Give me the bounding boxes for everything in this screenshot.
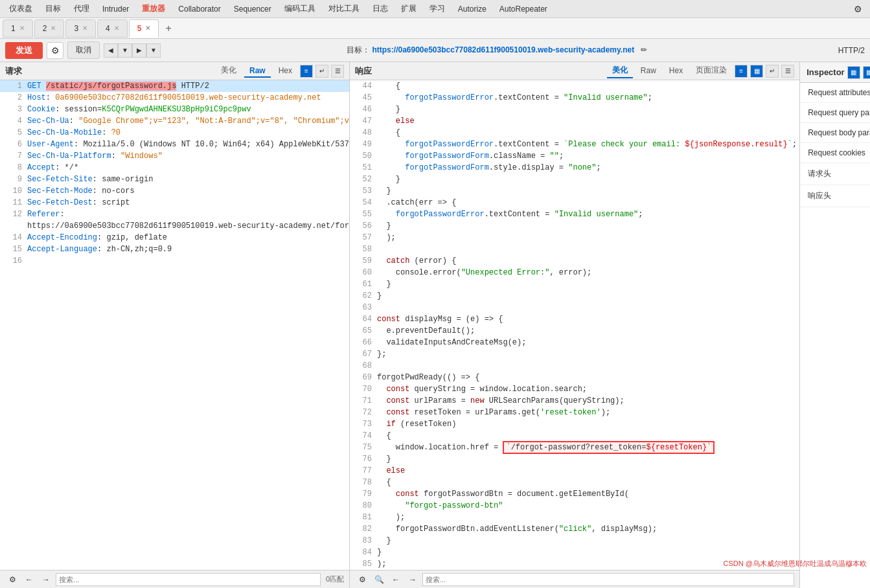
nav-next-button[interactable]: ▶ xyxy=(132,43,146,58)
menu-proxy[interactable]: 代理 xyxy=(67,1,96,17)
tab-2[interactable]: 2 ✕ xyxy=(34,19,65,38)
tab-5-close[interactable]: ✕ xyxy=(145,25,150,32)
inspector-panel: Inspector ▦ ▦ ≡ ⬆ ↘ Request attributes 2… xyxy=(800,62,870,588)
response-icon-4[interactable]: ☰ xyxy=(781,65,794,78)
menu-collaborator[interactable]: Collaborator xyxy=(172,2,227,16)
table-row: 83 } xyxy=(350,535,799,547)
inspector-icon-1[interactable]: ▦ xyxy=(847,66,860,79)
inspector-request-headers[interactable]: 请求头 16 xyxy=(800,163,870,185)
response-tab-beautify[interactable]: 美化 xyxy=(607,63,633,78)
tabs-row: 1 ✕ 2 ✕ 3 ✕ 4 ✕ 5 ✕ + xyxy=(0,18,870,39)
request-settings-icon[interactable]: ⚙ xyxy=(5,572,19,587)
request-code-area[interactable]: 1 GET /static/js/forgotPassword.js HTTP/… xyxy=(0,80,349,570)
response-tab-render[interactable]: 页面渲染 xyxy=(691,63,732,78)
table-row: 77 else xyxy=(350,465,799,477)
table-row: 72 const resetToken = urlParams.get('res… xyxy=(350,407,799,418)
inspector-title: Inspector xyxy=(807,67,845,77)
table-row: 53 } xyxy=(350,185,799,197)
request-tab-raw[interactable]: Raw xyxy=(244,65,271,78)
response-tab-hex[interactable]: Hex xyxy=(664,65,688,78)
request-bottom-toolbar: ⚙ ← → 0匹配 xyxy=(0,570,349,588)
tab-5[interactable]: 5 ✕ xyxy=(129,19,159,38)
request-icon-3[interactable]: ☰ xyxy=(331,65,344,78)
table-row: 10 Sec-Fetch-Mode: no-cors xyxy=(0,185,349,197)
menu-target[interactable]: 目标 xyxy=(39,1,67,17)
menu-encoder[interactable]: 编码工具 xyxy=(278,1,322,17)
table-row: 50 forgotPasswordForm.className = ""; xyxy=(350,150,799,162)
tab-2-close[interactable]: ✕ xyxy=(51,25,56,32)
nav-next-dropdown[interactable]: ▼ xyxy=(146,43,161,58)
request-tab-beautify[interactable]: 美化 xyxy=(216,63,242,78)
nav-prev-button[interactable]: ◀ xyxy=(104,43,118,58)
response-settings-icon[interactable]: ⚙ xyxy=(355,572,369,587)
inspector-body-params[interactable]: Request body parameters 0 xyxy=(800,123,870,143)
inspector-response-headers[interactable]: 响应头 3 xyxy=(800,185,870,207)
table-row: 62 } xyxy=(350,290,799,302)
request-forward-icon[interactable]: → xyxy=(39,572,53,587)
request-tab-hex[interactable]: Hex xyxy=(273,65,297,78)
menu-autorize[interactable]: Autorize xyxy=(452,2,493,16)
response-forward-icon[interactable]: → xyxy=(406,572,420,587)
tab-4-close[interactable]: ✕ xyxy=(114,25,119,32)
request-icon-2[interactable]: ↵ xyxy=(315,65,328,78)
response-tab-raw[interactable]: Raw xyxy=(635,65,661,78)
menu-autorepeater[interactable]: AutoRepeater xyxy=(493,2,554,16)
table-row: 8 Accept: */* xyxy=(0,162,349,174)
request-search-input[interactable] xyxy=(56,573,321,586)
table-row: 7 Sec-Ch-Ua-Platform: "Windows" xyxy=(0,150,349,162)
response-code-area[interactable]: 44 { 45 forgotPasswordError.textContent … xyxy=(350,80,799,570)
table-row: 74 { xyxy=(350,430,799,442)
main-area: 请求 美化 Raw Hex ≡ ↵ ☰ 1 GET /static/js/for… xyxy=(0,62,870,588)
menu-sequencer[interactable]: Sequencer xyxy=(227,2,278,16)
response-icon-1[interactable]: ≡ xyxy=(735,65,748,78)
inspector-icon-2[interactable]: ▦ xyxy=(863,66,870,79)
menu-comparer[interactable]: 对比工具 xyxy=(322,1,366,17)
tab-4[interactable]: 4 ✕ xyxy=(97,19,128,38)
response-icon-2[interactable]: ▦ xyxy=(750,65,763,78)
table-row: 70 const queryString = window.location.s… xyxy=(350,383,799,395)
inspector-cookies[interactable]: Request cookies 1 xyxy=(800,143,870,163)
menu-dashboard[interactable]: 仪表盘 xyxy=(3,1,39,17)
tab-1-close[interactable]: ✕ xyxy=(19,25,25,32)
request-icon-1[interactable]: ≡ xyxy=(300,65,313,78)
settings-toolbar-icon[interactable]: ⚙ xyxy=(47,42,63,59)
response-bottom-toolbar: ⚙ 🔍 ← → xyxy=(350,570,799,588)
inspector-header: Inspector ▦ ▦ ≡ ⬆ ↘ xyxy=(800,62,870,83)
response-back-icon[interactable]: ← xyxy=(389,572,403,587)
cancel-button[interactable]: 取消 xyxy=(67,41,100,59)
response-search-icon[interactable]: 🔍 xyxy=(372,572,386,587)
request-header: 请求 美化 Raw Hex ≡ ↵ ☰ xyxy=(0,62,349,80)
table-row: 55 forgotPasswordError.textContent = "In… xyxy=(350,209,799,220)
add-tab-button[interactable]: + xyxy=(160,20,176,37)
menu-learn[interactable]: 学习 xyxy=(423,1,452,17)
send-button[interactable]: 发送 xyxy=(5,42,43,59)
inspector-request-attributes[interactable]: Request attributes 2 xyxy=(800,83,870,103)
table-row: 64 const displayMsg = (e) => { xyxy=(350,313,799,325)
response-title: 响应 xyxy=(355,65,607,77)
table-row: 1 GET /static/js/forgotPassword.js HTTP/… xyxy=(0,80,349,92)
table-row: 59 catch (error) { xyxy=(350,255,799,267)
inspector-query-params[interactable]: Request query parameters 0 xyxy=(800,103,870,123)
request-back-icon[interactable]: ← xyxy=(22,572,36,587)
table-row: 51 forgotPasswordForm.style.display = "n… xyxy=(350,162,799,174)
table-row: 82 forgotPasswordBtn.addEventListener("c… xyxy=(350,523,799,535)
table-row: 67 }; xyxy=(350,348,799,360)
menu-repeater[interactable]: 重放器 xyxy=(135,1,172,17)
menu-logger[interactable]: 日志 xyxy=(366,1,395,17)
request-match-count: 0匹配 xyxy=(326,574,344,584)
nav-prev-dropdown[interactable]: ▼ xyxy=(118,43,132,58)
response-search-input[interactable] xyxy=(422,573,794,586)
menu-intruder[interactable]: Intruder xyxy=(96,2,135,16)
tab-3-close[interactable]: ✕ xyxy=(82,25,87,32)
response-icon-3[interactable]: ↵ xyxy=(766,65,779,78)
settings-icon[interactable]: ⚙ xyxy=(849,1,867,17)
table-row: 16 xyxy=(0,255,349,267)
edit-target-icon[interactable]: ✏ xyxy=(641,45,647,54)
response-panel: 响应 美化 Raw Hex 页面渲染 ≡ ▦ ↵ ☰ 44 { 45 forgo… xyxy=(350,62,800,588)
table-row: 58 xyxy=(350,243,799,255)
table-row: 49 forgotPasswordError.textContent = `Pl… xyxy=(350,139,799,150)
tab-1[interactable]: 1 ✕ xyxy=(3,19,33,38)
table-row: 3 Cookie: session=K5CQrPWgwdAHNEKSU3BpHp… xyxy=(0,104,349,115)
tab-3[interactable]: 3 ✕ xyxy=(65,19,96,38)
menu-extensions[interactable]: 扩展 xyxy=(395,1,423,17)
